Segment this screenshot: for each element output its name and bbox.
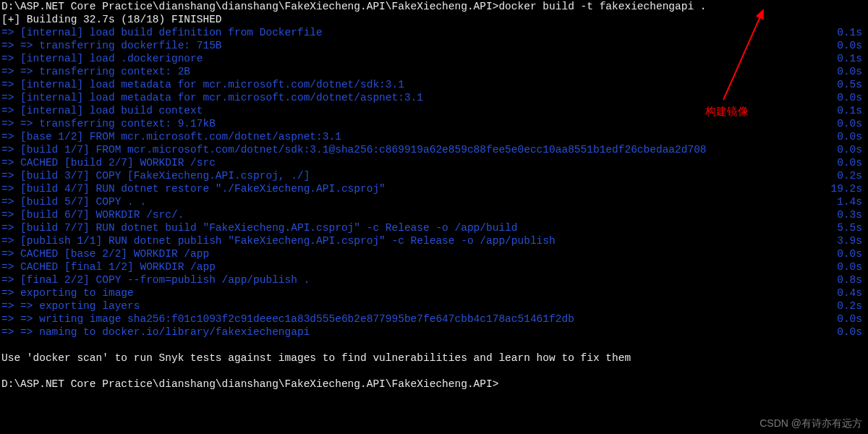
step-time: 5.5s — [837, 221, 867, 234]
step-time: 0.0s — [837, 130, 867, 143]
build-steps-list: => [internal] load build definition from… — [1, 26, 867, 339]
step-text: CACHED [build 2/7] WORKDIR /src — [14, 157, 215, 169]
step-text: => writing image sha256:f01c1093f2c91dee… — [14, 313, 574, 325]
step-text: CACHED [base 2/2] WORKDIR /app — [14, 248, 209, 260]
step-time: 0.3s — [837, 208, 867, 221]
step-text: [internal] load .dockerignore — [14, 53, 203, 64]
build-step-row: => exporting to image0.4s — [1, 286, 867, 299]
step-arrow-icon: => — [1, 209, 14, 221]
build-step-row: => [build 7/7] RUN dotnet build "FakeXie… — [1, 221, 867, 234]
step-arrow-icon: => — [1, 92, 14, 103]
command-prompt-line[interactable]: D:\ASP.NET Core Practice\dianshang\dians… — [1, 0, 867, 13]
step-text: CACHED [final 1/2] WORKDIR /app — [14, 261, 215, 273]
step-arrow-icon: => — [1, 287, 14, 299]
step-arrow-icon: => — [1, 118, 14, 129]
step-arrow-icon: => — [1, 144, 14, 156]
step-text: [build 6/7] WORKDIR /src/. — [14, 209, 184, 221]
step-arrow-icon: => — [1, 131, 14, 142]
step-time: 0.0s — [837, 65, 867, 78]
step-arrow-icon: => — [1, 53, 14, 64]
step-text: [internal] load metadata for mcr.microso… — [14, 92, 423, 103]
step-arrow-icon: => — [1, 40, 14, 51]
step-arrow-icon: => — [1, 196, 14, 208]
build-step-row: => => transferring dockerfile: 715B0.0s — [1, 39, 867, 52]
step-arrow-icon: => — [1, 105, 14, 116]
build-step-row: => [build 3/7] COPY [FakeXiecheng.API.cs… — [1, 169, 867, 182]
step-text: => transferring context: 9.17kB — [14, 118, 215, 129]
annotation-label: 构建镜像 — [705, 105, 749, 118]
step-arrow-icon: => — [1, 261, 14, 273]
build-status-header: [+] Building 32.7s (18/18) FINISHED — [1, 13, 867, 26]
step-arrow-icon: => — [1, 300, 14, 312]
build-step-row: => => naming to docker.io/library/fakexi… — [1, 326, 867, 339]
step-arrow-icon: => — [1, 313, 14, 325]
build-step-row: => [publish 1/1] RUN dotnet publish "Fak… — [1, 234, 867, 247]
step-time: 3.9s — [837, 234, 867, 247]
step-text: [publish 1/1] RUN dotnet publish "FakeXi… — [14, 235, 555, 247]
step-time: 0.5s — [837, 78, 867, 91]
step-arrow-icon: => — [1, 66, 14, 77]
build-step-row: => [final 2/2] COPY --from=publish /app/… — [1, 273, 867, 286]
build-step-row: => [build 4/7] RUN dotnet restore "./Fak… — [1, 182, 867, 195]
watermark: CSDN @有诗亦有远方 — [760, 417, 862, 430]
docker-scan-hint: Use 'docker scan' to run Snyk tests agai… — [1, 352, 867, 365]
step-arrow-icon: => — [1, 79, 14, 90]
build-step-row: => [internal] load build definition from… — [1, 26, 867, 39]
step-time: 0.2s — [837, 299, 867, 312]
build-step-row: => CACHED [base 2/2] WORKDIR /app0.0s — [1, 247, 867, 260]
build-step-row: => [internal] load metadata for mcr.micr… — [1, 91, 867, 104]
build-step-row: => [internal] load metadata for mcr.micr… — [1, 78, 867, 91]
step-text: [build 7/7] RUN dotnet build "FakeXieche… — [14, 222, 517, 234]
step-text: => transferring context: 2B — [14, 66, 190, 77]
step-arrow-icon: => — [1, 235, 14, 247]
build-step-row: => => transferring context: 2B0.0s — [1, 65, 867, 78]
step-time: 0.0s — [837, 312, 867, 326]
build-step-row: => [internal] load .dockerignore0.1s — [1, 52, 867, 65]
step-arrow-icon: => — [1, 183, 14, 195]
step-time: 0.1s — [837, 104, 867, 117]
command-prompt-2[interactable]: D:\ASP.NET Core Practice\dianshang\dians… — [1, 378, 867, 391]
build-step-row: => [base 1/2] FROM mcr.microsoft.com/dot… — [1, 130, 867, 143]
step-text: [base 1/2] FROM mcr.microsoft.com/dotnet… — [14, 131, 341, 142]
prompt-path: D:\ASP.NET Core Practice\dianshang\dians… — [1, 1, 498, 12]
step-time: 0.0s — [837, 326, 867, 339]
step-text: => transferring dockerfile: 715B — [14, 40, 221, 51]
step-arrow-icon: => — [1, 157, 14, 169]
step-time: 0.0s — [837, 247, 867, 260]
step-time: 1.4s — [837, 195, 867, 208]
step-text: exporting to image — [14, 287, 133, 299]
step-time: 0.1s — [837, 52, 867, 65]
step-text: [build 5/7] COPY . . — [14, 196, 146, 208]
step-time: 0.0s — [837, 143, 867, 156]
build-step-row: => [build 1/7] FROM mcr.microsoft.com/do… — [1, 143, 867, 156]
build-step-row: => [build 6/7] WORKDIR /src/.0.3s — [1, 208, 867, 221]
step-time: 19.2s — [830, 182, 867, 195]
step-time: 0.0s — [837, 39, 867, 52]
docker-build-command: docker build -t fakexiechengapi . — [498, 1, 706, 12]
step-arrow-icon: => — [1, 248, 14, 260]
step-time: 0.1s — [837, 26, 867, 39]
step-text: => naming to docker.io/library/fakexiech… — [14, 326, 310, 338]
step-arrow-icon: => — [1, 274, 14, 286]
blank-line — [1, 339, 867, 352]
step-time: 0.2s — [837, 169, 867, 182]
step-time: 0.4s — [837, 286, 867, 299]
step-text: => exporting layers — [14, 300, 140, 312]
build-step-row: => CACHED [final 1/2] WORKDIR /app0.0s — [1, 260, 867, 273]
step-text: [build 4/7] RUN dotnet restore "./FakeXi… — [14, 183, 385, 195]
step-text: [build 3/7] COPY [FakeXiecheng.API.cspro… — [14, 170, 310, 182]
step-time: 0.0s — [837, 91, 867, 104]
step-text: [internal] load metadata for mcr.microso… — [14, 79, 404, 90]
build-step-row: => => exporting layers0.2s — [1, 299, 867, 312]
build-step-row: => => transferring context: 9.17kB0.0s — [1, 117, 867, 130]
step-time: 0.0s — [837, 260, 867, 273]
build-step-row: => CACHED [build 2/7] WORKDIR /src0.0s — [1, 156, 867, 169]
blank-line — [1, 365, 867, 378]
step-text: [final 2/2] COPY --from=publish /app/pub… — [14, 274, 310, 286]
build-step-row: => => writing image sha256:f01c1093f2c91… — [1, 312, 867, 326]
step-arrow-icon: => — [1, 170, 14, 182]
step-text: [internal] load build context — [14, 105, 203, 116]
step-arrow-icon: => — [1, 27, 14, 38]
step-time: 0.0s — [837, 156, 867, 169]
build-step-row: => [build 5/7] COPY . .1.4s — [1, 195, 867, 208]
